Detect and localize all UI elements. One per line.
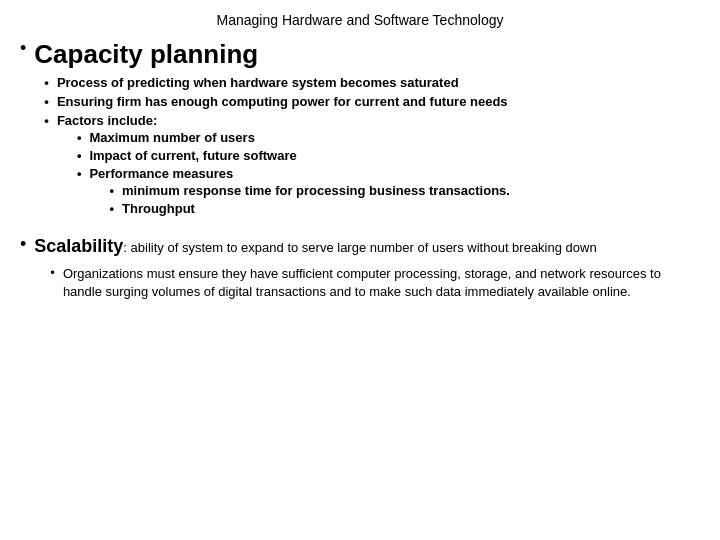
perf-item-2-text: Throughput bbox=[122, 201, 195, 216]
page-container: Managing Hardware and Software Technolog… bbox=[0, 0, 720, 540]
capacity-planning-content: Capacity planning • Process of predictin… bbox=[34, 40, 700, 226]
bullet-icon: • bbox=[50, 265, 55, 280]
factors-list: • Maximum number of users • Impact of cu… bbox=[57, 130, 700, 219]
org-bullet-block: • Organizations must ensure they have su… bbox=[34, 265, 700, 303]
scalability-content: Scalability: ability of system to expand… bbox=[34, 236, 700, 303]
capacity-planning-section: • Capacity planning • Process of predict… bbox=[20, 40, 700, 226]
header-title-text: Managing Hardware and Software Technolog… bbox=[217, 12, 504, 28]
list-item: • minimum response time for processing b… bbox=[109, 183, 700, 198]
list-item: • Impact of current, future software bbox=[77, 148, 700, 163]
performance-list: • minimum response time for processing b… bbox=[89, 183, 700, 216]
list-item: • Throughput bbox=[109, 201, 700, 216]
scalability-definition-text: : ability of system to expand to serve l… bbox=[123, 240, 596, 255]
list-item: • Performance measures • minimum respons… bbox=[77, 166, 700, 219]
bullet-icon: • bbox=[77, 130, 82, 145]
page-title: Managing Hardware and Software Technolog… bbox=[20, 8, 700, 28]
list-item: • Ensuring firm has enough computing pow… bbox=[44, 94, 700, 109]
sub-item-2-text: Ensuring firm has enough computing power… bbox=[57, 94, 700, 109]
bullet-icon: • bbox=[77, 166, 82, 181]
list-item: • Process of predicting when hardware sy… bbox=[44, 75, 700, 90]
perf-item-1-text: minimum response time for processing bus… bbox=[122, 183, 510, 198]
bullet-icon: • bbox=[77, 148, 82, 163]
sub-item-1-text: Process of predicting when hardware syst… bbox=[57, 75, 700, 90]
scalability-section: • Scalability: ability of system to expa… bbox=[20, 236, 700, 303]
capacity-planning-heading: Capacity planning bbox=[34, 40, 700, 69]
main-bullet-dot: • bbox=[20, 38, 26, 59]
org-bullet-text: Organizations must ensure they have suff… bbox=[63, 265, 700, 303]
bullet-icon: • bbox=[44, 113, 49, 128]
scalability-heading-block: Scalability: ability of system to expand… bbox=[34, 236, 700, 257]
performance-block: Performance measures • minimum response … bbox=[89, 166, 700, 219]
bullet-icon: • bbox=[44, 75, 49, 90]
bullet-icon: • bbox=[109, 183, 114, 198]
factor-3-text: Performance measures bbox=[89, 166, 233, 181]
factor-2-text: Impact of current, future software bbox=[89, 148, 296, 163]
factor-1-text: Maximum number of users bbox=[89, 130, 254, 145]
scalability-heading-text: Scalability bbox=[34, 236, 123, 256]
main-bullet-dot: • bbox=[20, 234, 26, 255]
list-item: • Factors include: • Maximum number of u… bbox=[44, 113, 700, 222]
capacity-planning-list: • Process of predicting when hardware sy… bbox=[34, 75, 700, 222]
list-item: • Maximum number of users bbox=[77, 130, 700, 145]
bullet-icon: • bbox=[44, 94, 49, 109]
bullet-icon: • bbox=[109, 201, 114, 216]
factors-include-text: Factors include: bbox=[57, 113, 157, 128]
factors-block: Factors include: • Maximum number of use… bbox=[57, 113, 700, 222]
